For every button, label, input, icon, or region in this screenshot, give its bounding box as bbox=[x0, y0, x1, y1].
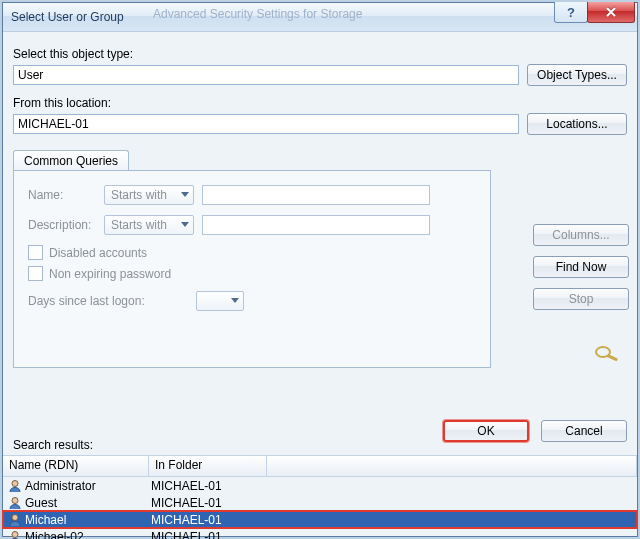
background-window-title: Advanced Security Settings for Storage bbox=[153, 7, 362, 21]
svg-rect-1 bbox=[607, 354, 618, 361]
window-title: Select User or Group bbox=[3, 10, 124, 24]
name-label: Name: bbox=[28, 188, 104, 202]
row-folder: MICHAEL-01 bbox=[151, 513, 269, 527]
user-icon bbox=[7, 529, 23, 540]
row-name: Administrator bbox=[23, 479, 151, 493]
chevron-down-icon bbox=[181, 222, 189, 227]
user-icon bbox=[7, 495, 23, 511]
row-name: Guest bbox=[23, 496, 151, 510]
name-input[interactable] bbox=[202, 185, 430, 205]
results-list: Name (RDN) In Folder AdministratorMICHAE… bbox=[3, 455, 637, 532]
close-button[interactable] bbox=[587, 2, 635, 23]
tab-common-queries[interactable]: Common Queries bbox=[13, 150, 129, 171]
object-types-button[interactable]: Object Types... bbox=[527, 64, 627, 86]
non-expiring-label: Non expiring password bbox=[49, 267, 171, 281]
svg-point-5 bbox=[12, 531, 18, 537]
object-type-field[interactable]: User bbox=[13, 65, 519, 85]
row-name: Michael bbox=[23, 513, 151, 527]
description-mode-combo[interactable]: Starts with bbox=[104, 215, 194, 235]
days-since-logon-combo[interactable] bbox=[196, 291, 244, 311]
from-location-field[interactable]: MICHAEL-01 bbox=[13, 114, 519, 134]
common-queries-panel: Name: Starts with Description: Starts wi… bbox=[13, 170, 491, 368]
disabled-accounts-checkbox[interactable] bbox=[28, 245, 43, 260]
row-folder: MICHAEL-01 bbox=[151, 496, 269, 510]
svg-point-3 bbox=[12, 497, 18, 503]
help-button[interactable]: ? bbox=[554, 2, 588, 23]
user-icon bbox=[7, 478, 23, 494]
user-icon bbox=[7, 512, 23, 528]
description-input[interactable] bbox=[202, 215, 430, 235]
results-header: Name (RDN) In Folder bbox=[3, 455, 637, 477]
search-results-label: Search results: bbox=[13, 438, 93, 452]
locations-button[interactable]: Locations... bbox=[527, 113, 627, 135]
chevron-down-icon bbox=[231, 298, 239, 303]
columns-button[interactable]: Columns... bbox=[533, 224, 629, 246]
find-now-button[interactable]: Find Now bbox=[533, 256, 629, 278]
row-folder: MICHAEL-01 bbox=[151, 530, 269, 540]
stop-button[interactable]: Stop bbox=[533, 288, 629, 310]
description-label: Description: bbox=[28, 218, 104, 232]
row-name: Michael-02 bbox=[23, 530, 151, 540]
table-row[interactable]: MichaelMICHAEL-01 bbox=[3, 511, 637, 528]
search-icon bbox=[593, 341, 621, 366]
svg-point-4 bbox=[12, 514, 18, 520]
chevron-down-icon bbox=[181, 192, 189, 197]
ok-button[interactable]: OK bbox=[443, 420, 529, 442]
cancel-button[interactable]: Cancel bbox=[541, 420, 627, 442]
titlebar: Select User or Group Advanced Security S… bbox=[3, 3, 637, 32]
from-location-label: From this location: bbox=[13, 96, 627, 110]
name-mode-combo[interactable]: Starts with bbox=[104, 185, 194, 205]
disabled-accounts-label: Disabled accounts bbox=[49, 246, 147, 260]
object-type-label: Select this object type: bbox=[13, 47, 627, 61]
days-since-logon-label: Days since last logon: bbox=[28, 294, 196, 308]
table-row[interactable]: AdministratorMICHAEL-01 bbox=[3, 477, 637, 494]
help-icon: ? bbox=[567, 5, 575, 20]
col-name-header[interactable]: Name (RDN) bbox=[3, 456, 149, 476]
non-expiring-checkbox[interactable] bbox=[28, 266, 43, 281]
name-mode-value: Starts with bbox=[111, 188, 167, 202]
row-folder: MICHAEL-01 bbox=[151, 479, 269, 493]
select-user-or-group-dialog: Select User or Group Advanced Security S… bbox=[2, 2, 638, 537]
table-row[interactable]: Michael-02MICHAEL-01 bbox=[3, 528, 637, 539]
description-mode-value: Starts with bbox=[111, 218, 167, 232]
col-folder-header[interactable]: In Folder bbox=[149, 456, 267, 476]
table-row[interactable]: GuestMICHAEL-01 bbox=[3, 494, 637, 511]
close-icon bbox=[605, 7, 617, 17]
col-spacer-header bbox=[267, 456, 637, 476]
svg-point-2 bbox=[12, 480, 18, 486]
